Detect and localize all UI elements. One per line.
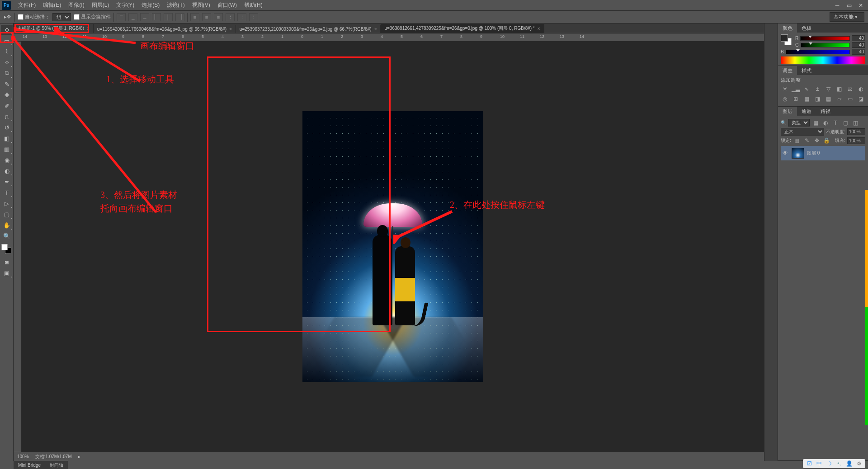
distribute-bottom-icon[interactable]: ≡	[214, 13, 223, 21]
crop-tool[interactable]: ⧉	[1, 68, 13, 78]
dodge-tool[interactable]: ◐	[1, 166, 13, 176]
filter-kind-icon[interactable]: 🔍	[781, 120, 786, 125]
invert-icon[interactable]: ◨	[813, 95, 821, 103]
eraser-tool[interactable]: ◧	[1, 133, 13, 143]
canvas-image[interactable]	[302, 111, 483, 382]
menu-layer[interactable]: 图层(L)	[88, 1, 113, 9]
clone-tool[interactable]: ⎍	[1, 112, 13, 122]
hue-icon[interactable]: ◧	[835, 85, 843, 93]
align-right-icon[interactable]: ▕	[175, 13, 184, 21]
b-slider[interactable]	[786, 50, 850, 54]
distribute-top-icon[interactable]: ≡	[190, 13, 199, 21]
lock-all-icon[interactable]: 🔒	[823, 137, 831, 144]
ime-bar[interactable]: ☑ 中 ☽ •, 👤 ⚙	[803, 459, 865, 468]
align-hcenter-icon[interactable]: │	[164, 13, 173, 21]
healing-tool[interactable]: ✚	[1, 90, 13, 100]
color-balance-icon[interactable]: ⚖	[846, 85, 854, 93]
layer-name[interactable]: 图层 0	[807, 150, 820, 156]
auto-select-checkbox[interactable]: 自动选择：	[18, 14, 50, 20]
ime-lang[interactable]: 中	[816, 460, 823, 467]
close-icon[interactable]: ×	[374, 27, 377, 32]
panel-dock[interactable]	[764, 23, 778, 461]
ruler-horizontal[interactable]: 141312111098765432101234567891011121314	[14, 33, 764, 42]
magic-wand-tool[interactable]: ✧	[1, 57, 13, 67]
tab-swatches[interactable]: 色板	[797, 23, 816, 33]
ime-gear-icon[interactable]: ⚙	[855, 460, 863, 467]
opacity-input[interactable]	[847, 128, 865, 135]
maximize-button[interactable]: ▭	[844, 2, 854, 9]
tab-minibridge[interactable]: Mini Bridge	[14, 461, 45, 469]
foreground-swatch[interactable]	[1, 244, 8, 250]
doc-tab-1[interactable]: 未标题-1 @ 50% (图层 1, RGB/8)×	[14, 24, 94, 33]
lock-pos-icon[interactable]: ✥	[813, 137, 821, 144]
channel-mixer-icon[interactable]: ⊞	[792, 95, 800, 103]
lock-trans-icon[interactable]: ▦	[793, 137, 801, 144]
doc-tab-3[interactable]: u=2539637233,2109093909&fm=26&gp=0.jpg @…	[236, 25, 381, 33]
menu-edit[interactable]: 编辑(E)	[39, 1, 65, 9]
brush-tool[interactable]: ✐	[1, 101, 13, 111]
posterize-icon[interactable]: ▤	[824, 95, 832, 103]
close-icon[interactable]: ×	[87, 26, 90, 31]
align-top-icon[interactable]: ⎺	[117, 13, 126, 21]
color-swatches[interactable]	[1, 244, 11, 254]
tab-adjustments[interactable]: 调整	[778, 66, 797, 75]
layer-thumbnail[interactable]	[792, 148, 804, 159]
menu-image[interactable]: 图像(I)	[65, 1, 88, 9]
r-slider[interactable]	[800, 36, 850, 41]
bw-icon[interactable]: ◐	[857, 85, 865, 93]
filter-smart-icon[interactable]: ◫	[851, 119, 859, 127]
ime-cloud-icon[interactable]: •,	[835, 460, 843, 467]
path-select-tool[interactable]: ▷	[1, 198, 13, 208]
filter-pixel-icon[interactable]: ▦	[811, 119, 820, 127]
menu-filter[interactable]: 滤镜(T)	[163, 1, 188, 9]
levels-icon[interactable]: ▁▃	[792, 85, 800, 93]
menu-help[interactable]: 帮助(H)	[241, 1, 266, 9]
auto-select-input[interactable]	[18, 14, 24, 20]
marquee-tool[interactable]: ▭	[1, 36, 13, 46]
ruler-vertical[interactable]	[14, 42, 22, 452]
align-bottom-icon[interactable]: ⎽	[140, 13, 149, 21]
distribute-vcenter-icon[interactable]: ≡	[202, 13, 211, 21]
filter-type-icon[interactable]: T	[831, 119, 840, 127]
panel-color-swatch[interactable]	[781, 34, 792, 45]
tab-color[interactable]: 颜色	[778, 23, 797, 33]
pen-tool[interactable]: ✒	[1, 177, 13, 187]
threshold-icon[interactable]: ▱	[835, 95, 843, 103]
doc-tab-2[interactable]: u=116942063,2176690468&fm=26&gp=0.jpg @ …	[94, 25, 236, 33]
r-input[interactable]	[852, 35, 865, 41]
tab-paths[interactable]: 路径	[816, 107, 835, 116]
show-transform-input[interactable]	[74, 14, 80, 20]
screenmode-tool[interactable]: ▣	[1, 268, 13, 278]
spectrum-ramp[interactable]	[781, 56, 865, 64]
align-left-icon[interactable]: ▏	[152, 13, 161, 21]
menu-select[interactable]: 选择(S)	[138, 1, 163, 9]
distribute-left-icon[interactable]: ⋮	[226, 13, 235, 21]
canvas-stage[interactable]	[22, 42, 764, 452]
gradient-tool[interactable]: ▥	[1, 144, 13, 154]
filter-shape-icon[interactable]: ▢	[841, 119, 849, 127]
tab-layers[interactable]: 图层	[778, 107, 797, 116]
workspace-switcher[interactable]: 基本功能 ▾	[830, 12, 864, 22]
chevron-right-icon[interactable]: ▸	[78, 454, 80, 459]
distribute-hcenter-icon[interactable]: ⋮	[237, 13, 246, 21]
filter-kind[interactable]: 类型	[788, 119, 810, 127]
show-transform-checkbox[interactable]: 显示变换控件	[74, 14, 111, 20]
tab-timeline[interactable]: 时间轴	[45, 461, 68, 469]
eyedropper-tool[interactable]: ✎	[1, 79, 13, 89]
minimize-button[interactable]: ─	[832, 2, 843, 9]
close-icon[interactable]: ×	[538, 26, 540, 31]
close-button[interactable]: ✕	[855, 2, 866, 9]
g-input[interactable]	[852, 42, 865, 48]
lasso-tool[interactable]: ⌇	[1, 47, 13, 56]
color-lookup-icon[interactable]: ▦	[802, 95, 811, 103]
distribute-right-icon[interactable]: ⋮	[249, 13, 258, 21]
ime-moon-icon[interactable]: ☽	[826, 460, 833, 467]
history-brush-tool[interactable]: ↺	[1, 122, 13, 132]
layer-row[interactable]: 👁 图层 0	[781, 146, 865, 160]
auto-select-target[interactable]: 组	[52, 13, 71, 21]
selective-color-icon[interactable]: ◪	[857, 95, 865, 103]
doc-tab-4[interactable]: u=3638812661,4278309225&fm=26&gp=0.jpg @…	[381, 24, 544, 33]
b-input[interactable]	[852, 49, 865, 55]
menu-view[interactable]: 视图(V)	[189, 1, 214, 9]
menu-file[interactable]: 文件(F)	[14, 1, 39, 9]
